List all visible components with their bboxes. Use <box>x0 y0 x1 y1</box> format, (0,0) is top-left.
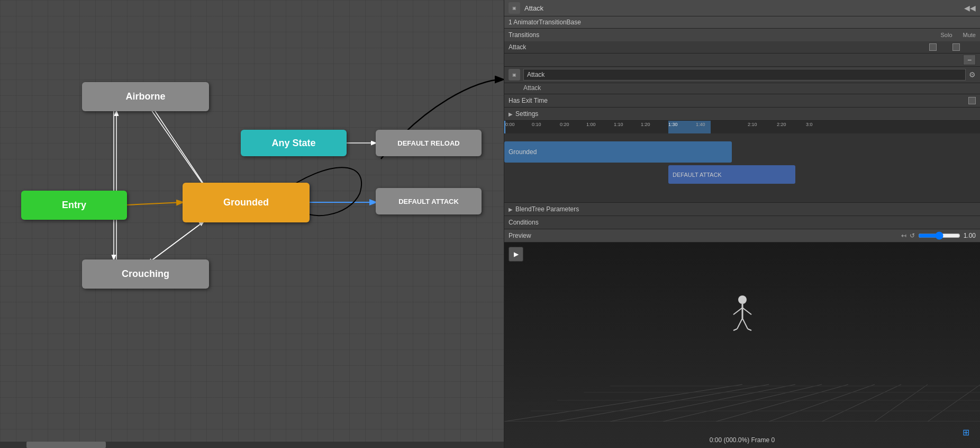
transition-row[interactable]: Attack <box>504 41 980 53</box>
conditions-label: Conditions <box>509 219 539 226</box>
transition-name-label: Attack <box>509 43 929 51</box>
node-grounded[interactable]: Grounded <box>183 183 310 222</box>
svg-line-9 <box>504 384 742 422</box>
svg-line-27 <box>737 318 742 329</box>
svg-line-12 <box>663 384 822 422</box>
any-state-label: Any State <box>271 138 315 149</box>
timecode: 0:00 (000.0%) Frame 0 <box>710 436 775 444</box>
timecode-text: 0:00 (000.0%) Frame 0 <box>710 436 775 444</box>
preview-grid <box>504 353 980 422</box>
has-exit-time-row: Has Exit Time <box>504 94 980 107</box>
node-crouching[interactable]: Crouching <box>82 259 209 289</box>
preview-3d: ▶ <box>504 243 980 448</box>
connections-svg <box>0 0 504 448</box>
svg-line-26 <box>742 308 751 315</box>
settings-label: Settings <box>515 110 538 118</box>
timeline-section: 0:00 0:10 0:20 1:00 1:10 1:20 1:30 1:40 … <box>504 121 980 203</box>
svg-line-10 <box>557 384 769 422</box>
svg-line-16 <box>875 384 928 422</box>
preview-section: Preview ↤ ↺ 1.00 ▶ <box>504 229 980 448</box>
ruler-tick-120: 1:20 <box>641 122 650 127</box>
track-grounded-label: Grounded <box>509 148 537 156</box>
node-entry[interactable]: Entry <box>21 191 127 220</box>
airborne-label: Airborne <box>125 91 165 102</box>
track-grounded[interactable]: Grounded <box>504 141 732 163</box>
preview-viewport: ▶ <box>504 243 980 448</box>
default-reload-label: DEFAULT RELOAD <box>397 139 459 147</box>
ruler-tick-210: 2:10 <box>748 122 757 127</box>
attack-input[interactable] <box>523 69 966 80</box>
transitions-section: Transitions Solo Mute Attack <box>504 29 980 53</box>
anim-base-subtitle: 1 AnimatorTransitionBase <box>509 19 581 26</box>
mute-label[interactable]: Mute <box>963 32 976 38</box>
node-default-reload[interactable]: DEFAULT RELOAD <box>376 130 482 156</box>
transitions-label: Transitions <box>509 31 941 39</box>
has-exit-time-checkbox[interactable] <box>968 97 976 104</box>
grounded-label: Grounded <box>223 197 269 208</box>
left-scrollbar[interactable] <box>0 442 504 448</box>
scrollbar-thumb[interactable] <box>26 442 106 448</box>
ruler-tick-000: 0:00 <box>505 122 515 127</box>
blendtree-label: BlendTree Parameters <box>515 205 579 213</box>
gear-icon[interactable]: ⚙ <box>969 70 976 79</box>
svg-line-15 <box>822 384 901 422</box>
play-button[interactable]: ▶ <box>509 247 523 262</box>
anim-base-row: 1 AnimatorTransitionBase <box>504 16 980 29</box>
track-default-attack[interactable]: DEFAULT ATTACK <box>668 165 795 184</box>
inspector-panel: ▣ Attack ◀◀ 1 AnimatorTransitionBase Tra… <box>504 0 980 448</box>
transitions-header: Transitions Solo Mute <box>504 29 980 41</box>
preview-reset-icon[interactable]: ↺ <box>910 232 915 239</box>
play-icon: ▶ <box>514 250 519 258</box>
preview-speed-slider[interactable] <box>918 231 960 240</box>
ruler-tick-220: 2:20 <box>777 122 786 127</box>
settings-arrow-icon: ▶ <box>509 111 513 117</box>
minus-btn-row: − <box>504 53 980 67</box>
mute-checkbox[interactable] <box>952 43 960 51</box>
svg-line-30 <box>748 329 751 330</box>
ruler-tick-110: 1:10 <box>614 122 623 127</box>
svg-line-17 <box>928 384 980 422</box>
attack-row: ▣ ⚙ <box>504 67 980 83</box>
node-airborne[interactable]: Airborne <box>82 82 209 111</box>
ruler-tick-140: 1:40 <box>696 122 705 127</box>
default-attack-label: DEFAULT ATTACK <box>398 198 459 205</box>
ruler-tick-010: 0:10 <box>532 122 541 127</box>
node-any-state[interactable]: Any State <box>241 130 347 156</box>
blendtree-arrow-icon: ▶ <box>509 207 513 212</box>
timeline-ruler[interactable]: 0:00 0:10 0:20 1:00 1:10 1:20 1:30 1:40 … <box>504 121 980 133</box>
inspector-collapse-btn[interactable]: ◀◀ <box>964 4 976 12</box>
entry-label: Entry <box>62 200 86 211</box>
ruler-tick-300: 3:0 <box>806 122 813 127</box>
state-icon-header: ▣ <box>509 2 520 14</box>
solo-label[interactable]: Solo <box>941 32 952 38</box>
settings-row[interactable]: ▶ Settings <box>504 107 980 121</box>
inspector-header: ▣ Attack ◀◀ <box>504 0 980 16</box>
svg-line-3 <box>148 220 206 263</box>
node-default-attack[interactable]: DEFAULT ATTACK <box>376 188 482 214</box>
preview-home-icon[interactable]: ↤ <box>901 232 906 239</box>
svg-line-4 <box>146 221 204 265</box>
preview-label: Preview <box>509 232 897 239</box>
crouching-label: Crouching <box>122 268 169 280</box>
minus-btn[interactable]: − <box>963 55 976 65</box>
svg-line-14 <box>769 384 875 422</box>
solo-mute-controls: Solo Mute <box>941 32 976 38</box>
solo-checkbox[interactable] <box>929 43 937 51</box>
preview-header: Preview ↤ ↺ 1.00 <box>504 229 980 243</box>
svg-line-29 <box>733 329 737 330</box>
animator-panel: Airborne Entry Grounded Crouching Any St… <box>0 0 504 448</box>
svg-point-23 <box>738 295 747 304</box>
expand-icon[interactable]: ⊞ <box>963 427 969 437</box>
inspector-header-title: Attack <box>524 4 543 12</box>
has-exit-time-label: Has Exit Time <box>509 97 968 104</box>
svg-line-0 <box>127 202 183 205</box>
timeline-tracks: Grounded DEFAULT ATTACK <box>504 133 980 202</box>
ruler-tick-130: 1:30 <box>668 122 678 127</box>
blendtree-row[interactable]: ▶ BlendTree Parameters <box>504 203 980 216</box>
ruler-tick-020: 0:20 <box>560 122 569 127</box>
attack-sublabel: Attack <box>504 83 980 94</box>
ruler-tick-100: 1:00 <box>586 122 596 127</box>
conditions-row: Conditions <box>504 216 980 229</box>
preview-controls: ↤ ↺ 1.00 <box>901 231 976 240</box>
attack-sublabel-text: Attack <box>523 84 541 92</box>
